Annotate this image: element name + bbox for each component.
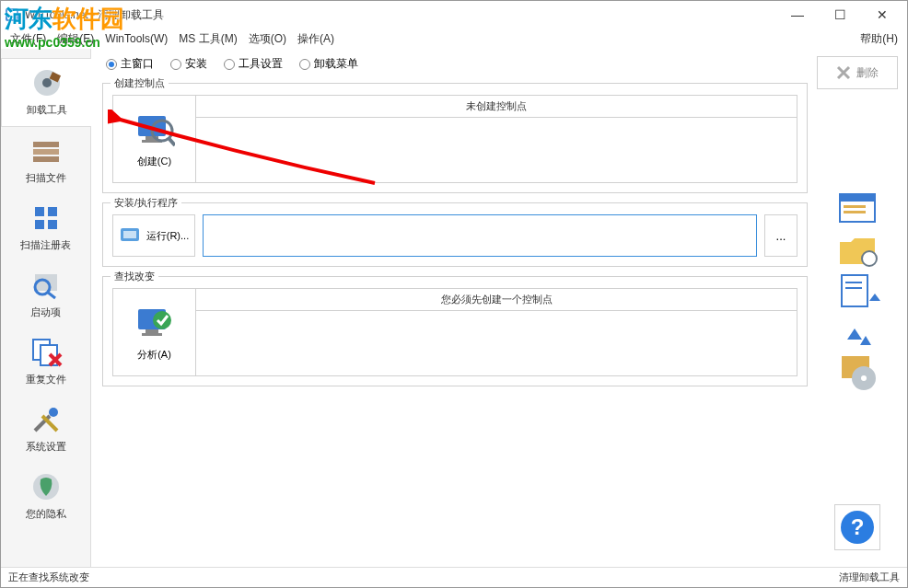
run-input[interactable] [203, 214, 757, 257]
svg-point-40 [862, 251, 877, 266]
tab-radio-row: 主窗口 安装 工具设置 卸载菜单 [102, 56, 808, 74]
svg-rect-5 [33, 142, 59, 147]
sidebar-item-startup[interactable]: 启动项 [1, 261, 90, 329]
svg-rect-32 [142, 333, 162, 336]
close-button[interactable]: ✕ [861, 1, 903, 29]
statusbar: 正在查找系统改变 清理卸载工具 [1, 567, 907, 587]
window-icon [834, 190, 880, 231]
doc-up-icon [834, 271, 880, 312]
up-arrows-icon [834, 312, 880, 352]
svg-rect-38 [844, 205, 866, 208]
create-icon [134, 110, 175, 151]
svg-point-3 [42, 78, 52, 87]
help-icon: ? [841, 511, 874, 544]
svg-point-20 [49, 408, 58, 417]
radio-off-icon [170, 59, 181, 70]
tab-uninstmenu[interactable]: 卸载菜单 [299, 56, 358, 72]
sidebar-item-label: 重复文件 [26, 373, 66, 386]
sidebar: 卸载工具 扫描文件 扫描注册表 启动项 重复文件 [1, 49, 91, 567]
app-icon [5, 7, 19, 22]
radio-off-icon [299, 59, 310, 70]
create-button[interactable]: 创建(C) [113, 96, 196, 182]
sidebar-item-scanfiles[interactable]: 扫描文件 [1, 127, 90, 194]
sidebar-item-syssettings[interactable]: 系统设置 [1, 396, 90, 463]
sidebar-item-label: 启动项 [30, 306, 61, 319]
menu-mstools[interactable]: MS 工具(M) [173, 29, 242, 49]
privacy-icon [29, 470, 63, 503]
svg-point-46 [861, 375, 867, 381]
sidebar-item-dupes[interactable]: 重复文件 [1, 329, 90, 396]
uninstall-icon [30, 66, 64, 99]
svg-rect-1 [7, 10, 17, 19]
dupes-icon [29, 336, 63, 369]
group-legend: 创建控制点 [111, 76, 169, 90]
svg-rect-41 [842, 275, 867, 306]
controlpoint-list [196, 118, 797, 182]
analyze-icon [134, 304, 175, 344]
menu-options[interactable]: 选项(O) [243, 29, 292, 49]
menu-edit[interactable]: 编辑(E) [52, 29, 99, 49]
window-controls: — ☐ ✕ [776, 1, 903, 29]
run-button[interactable]: 运行(R)... [112, 214, 195, 257]
browse-button[interactable]: ... [764, 214, 797, 257]
run-icon [119, 226, 141, 245]
svg-rect-39 [844, 211, 866, 213]
sidebar-item-privacy[interactable]: 您的隐私 [1, 463, 90, 530]
sidebar-item-uninstall[interactable]: 卸载工具 [1, 58, 91, 127]
menu-help[interactable]: 帮助(H) [855, 29, 903, 49]
menubar: 文件(F) 编辑(E) WinTools(W) MS 工具(M) 选项(O) 操… [1, 29, 907, 49]
delete-button[interactable]: 删除 [817, 56, 898, 89]
menu-actions[interactable]: 操作(A) [292, 29, 340, 49]
svg-rect-6 [33, 149, 59, 155]
right-panel: 删除 ? [815, 49, 907, 567]
startup-icon [29, 269, 63, 302]
menu-file[interactable]: 文件(F) [5, 29, 52, 49]
group-find-changes: 查找改变 分析(A) 您必须先创建一个控制点 [102, 276, 808, 386]
sidebar-item-label: 您的隐私 [26, 507, 66, 521]
sidebar-item-label: 扫描注册表 [20, 238, 71, 252]
scanfiles-icon [29, 134, 63, 167]
radio-off-icon [224, 59, 235, 70]
controlpoint-header: 未创建控制点 [196, 96, 797, 118]
group-legend: 安装/执行程序 [111, 196, 181, 210]
tab-install[interactable]: 安装 [170, 56, 207, 72]
svg-rect-7 [33, 156, 59, 162]
svg-line-27 [169, 138, 175, 145]
svg-rect-9 [48, 207, 57, 216]
svg-rect-11 [48, 220, 57, 229]
tab-main[interactable]: 主窗口 [106, 56, 154, 72]
group-install-run: 安装/执行程序 运行(R)... ... [102, 202, 808, 267]
delete-button-label: 删除 [856, 65, 879, 81]
help-button[interactable]: ? [834, 504, 880, 550]
svg-point-33 [153, 311, 171, 329]
changes-list [196, 311, 797, 375]
svg-line-14 [47, 292, 55, 298]
sidebar-item-label: 扫描文件 [26, 171, 66, 185]
status-left: 正在查找系统改变 [8, 571, 89, 584]
svg-rect-31 [146, 329, 158, 333]
process-diagram [834, 190, 880, 393]
registry-icon [29, 202, 63, 235]
analyze-button-label: 分析(A) [137, 348, 171, 362]
svg-rect-10 [35, 220, 44, 229]
group-legend: 查找改变 [111, 270, 158, 283]
minimize-button[interactable]: — [776, 1, 819, 29]
svg-rect-37 [840, 194, 875, 202]
maximize-button[interactable]: ☐ [819, 1, 861, 29]
changes-header: 您必须先创建一个控制点 [196, 289, 797, 311]
create-button-label: 创建(C) [137, 155, 171, 168]
group-create-controlpoint: 创建控制点 创建(C) 未创建控制点 [102, 83, 808, 193]
disc-icon [834, 352, 880, 393]
tools-icon [29, 403, 63, 436]
main-panel: 主窗口 安装 工具设置 卸载菜单 创建控制点 创建(C) [91, 49, 815, 567]
status-right: 清理卸载工具 [839, 571, 900, 584]
workspace: 卸载工具 扫描文件 扫描注册表 启动项 重复文件 [1, 49, 907, 567]
sidebar-item-label: 卸载工具 [27, 103, 67, 117]
svg-rect-29 [123, 231, 136, 238]
sidebar-item-label: 系统设置 [26, 440, 66, 454]
analyze-button[interactable]: 分析(A) [113, 289, 196, 375]
run-button-label: 运行(R)... [146, 229, 189, 243]
tab-toolset[interactable]: 工具设置 [224, 56, 283, 72]
sidebar-item-scanreg[interactable]: 扫描注册表 [1, 194, 90, 261]
menu-wintools[interactable]: WinTools(W) [99, 30, 173, 47]
